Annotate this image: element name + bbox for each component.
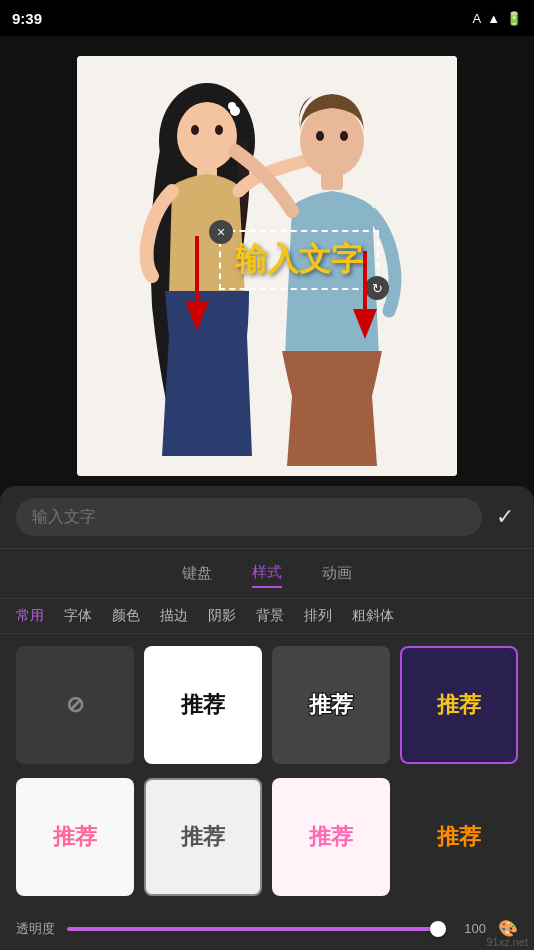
style-item-pink-fill[interactable]: 推荐 <box>272 778 390 896</box>
image-container[interactable]: × 输入文字 ↻ <box>77 56 457 476</box>
style-item-yellow-gold[interactable]: 推荐 <box>400 646 518 764</box>
text-overlay[interactable]: × 输入文字 ↻ <box>219 230 379 290</box>
close-handle[interactable]: × <box>209 220 233 244</box>
slider-track <box>67 927 446 931</box>
subtab-bg[interactable]: 背景 <box>256 607 284 625</box>
tab-animation[interactable]: 动画 <box>322 560 352 587</box>
confirm-button[interactable]: ✓ <box>492 500 518 534</box>
transparency-row: 透明度 100 🎨 <box>0 911 534 950</box>
status-time: 9:39 <box>12 10 42 27</box>
canvas-area: × 输入文字 ↻ <box>0 36 534 496</box>
style-label-bold-stroke: 推荐 <box>309 690 353 720</box>
subtab-bold[interactable]: 粗斜体 <box>352 607 394 625</box>
svg-point-9 <box>300 105 364 177</box>
style-label-pink-fill: 推荐 <box>309 822 353 852</box>
style-item-bold-black[interactable]: 推荐 <box>144 646 262 764</box>
svg-point-10 <box>316 131 324 141</box>
transparency-label: 透明度 <box>16 920 55 938</box>
style-label-pink-outline: 推荐 <box>53 822 97 852</box>
svg-point-6 <box>228 102 236 110</box>
android-icon: A <box>472 11 481 26</box>
wifi-icon: ▲ <box>487 11 500 26</box>
style-item-none[interactable]: ⊘ <box>16 646 134 764</box>
svg-point-11 <box>340 131 348 141</box>
svg-point-4 <box>215 125 223 135</box>
status-icons: A ▲ 🔋 <box>472 11 522 26</box>
input-row: ✓ <box>0 486 534 549</box>
style-label-yellow-gold: 推荐 <box>437 690 481 720</box>
subtab-shadow[interactable]: 阴影 <box>208 607 236 625</box>
watermark: 91xz.net <box>486 936 528 948</box>
svg-point-2 <box>177 102 237 170</box>
subtab-font[interactable]: 字体 <box>64 607 92 625</box>
svg-point-3 <box>191 125 199 135</box>
tab-style[interactable]: 样式 <box>252 559 282 588</box>
status-bar: 9:39 A ▲ 🔋 <box>0 0 534 36</box>
subtab-align[interactable]: 排列 <box>304 607 332 625</box>
subtab-common[interactable]: 常用 <box>16 607 44 625</box>
none-icon: ⊘ <box>66 692 84 718</box>
text-input[interactable] <box>16 498 482 536</box>
tab-keyboard[interactable]: 键盘 <box>182 560 212 587</box>
style-label-outlined: 推荐 <box>181 822 225 852</box>
style-item-pink-outline[interactable]: 推荐 <box>16 778 134 896</box>
style-label-orange-bold: 推荐 <box>437 822 481 852</box>
style-grid: ⊘ 推荐 推荐 推荐 推荐 推荐 推荐 推荐 <box>0 634 534 911</box>
style-label-bold-black: 推荐 <box>181 690 225 720</box>
tab-row: 键盘 样式 动画 <box>0 549 534 599</box>
slider-thumb <box>430 921 446 937</box>
subtab-color[interactable]: 颜色 <box>112 607 140 625</box>
rotate-handle[interactable]: ↻ <box>365 276 389 300</box>
rotate-icon: ↻ <box>372 281 383 296</box>
bottom-panel: ✓ 键盘 样式 动画 常用 字体 颜色 描边 阴影 背景 排列 粗斜体 ⊘ 推荐… <box>0 486 534 950</box>
transparency-value: 100 <box>458 921 486 936</box>
subtab-stroke[interactable]: 描边 <box>160 607 188 625</box>
style-item-orange-bold[interactable]: 推荐 <box>400 778 518 896</box>
subtab-row: 常用 字体 颜色 描边 阴影 背景 排列 粗斜体 <box>0 599 534 634</box>
close-icon: × <box>217 224 225 240</box>
transparency-slider[interactable] <box>67 927 446 931</box>
battery-icon: 🔋 <box>506 11 522 26</box>
style-item-bold-stroke[interactable]: 推荐 <box>272 646 390 764</box>
overlay-text: 输入文字 <box>235 241 363 277</box>
style-item-outlined[interactable]: 推荐 <box>144 778 262 896</box>
